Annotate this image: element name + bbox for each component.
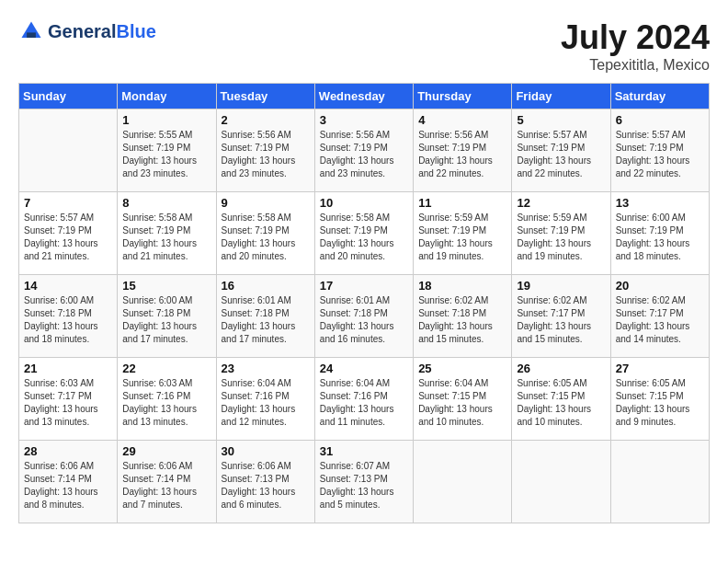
cell-info: Sunrise: 5:59 AMSunset: 7:19 PMDaylight:… [517,212,605,263]
location: Tepexititla, Mexico [561,57,710,74]
page-header: GeneralBlue July 2024 Tepexititla, Mexic… [18,18,710,74]
calendar-cell [512,441,610,523]
cell-info: Sunrise: 6:01 AMSunset: 7:18 PMDaylight:… [320,294,408,346]
calendar-cell: 13Sunrise: 6:00 AMSunset: 7:19 PMDayligh… [610,192,709,275]
day-number: 20 [616,279,704,293]
day-number: 28 [24,444,112,458]
header-thursday: Thursday [414,84,512,109]
day-number: 25 [418,362,506,375]
header-sunday: Sunday [19,84,118,109]
calendar-cell: 22Sunrise: 6:03 AMSunset: 7:16 PMDayligh… [118,358,216,441]
cell-info: Sunrise: 5:57 AMSunset: 7:19 PMDaylight:… [24,212,112,263]
day-number: 18 [418,279,506,293]
cell-info: Sunrise: 6:02 AMSunset: 7:18 PMDaylight:… [418,294,506,346]
calendar-cell: 11Sunrise: 5:59 AMSunset: 7:19 PMDayligh… [414,192,512,275]
calendar-table: Sunday Monday Tuesday Wednesday Thursday… [18,83,710,523]
day-number: 2 [222,113,310,127]
svg-rect-1 [27,32,36,38]
cell-info: Sunrise: 6:03 AMSunset: 7:17 PMDaylight:… [24,377,112,429]
cell-info: Sunrise: 6:02 AMSunset: 7:17 PMDaylight:… [616,294,704,346]
header-tuesday: Tuesday [216,84,314,109]
cell-info: Sunrise: 6:02 AMSunset: 7:17 PMDaylight:… [517,294,605,346]
cell-info: Sunrise: 5:56 AMSunset: 7:19 PMDaylight:… [222,129,310,180]
cell-info: Sunrise: 6:04 AMSunset: 7:15 PMDaylight:… [418,377,506,429]
calendar-week-2: 7Sunrise: 5:57 AMSunset: 7:19 PMDaylight… [19,192,710,275]
cell-info: Sunrise: 5:56 AMSunset: 7:19 PMDaylight:… [418,129,506,180]
calendar-cell: 2Sunrise: 5:56 AMSunset: 7:19 PMDaylight… [216,109,314,192]
day-number: 21 [24,362,112,375]
day-number: 30 [222,444,310,458]
calendar-cell: 17Sunrise: 6:01 AMSunset: 7:18 PMDayligh… [314,275,413,358]
calendar-week-4: 21Sunrise: 6:03 AMSunset: 7:17 PMDayligh… [19,358,710,441]
calendar-cell: 27Sunrise: 6:05 AMSunset: 7:15 PMDayligh… [610,358,709,441]
header-wednesday: Wednesday [314,84,413,109]
cell-info: Sunrise: 5:58 AMSunset: 7:19 PMDaylight:… [320,212,408,263]
header-row: Sunday Monday Tuesday Wednesday Thursday… [19,84,710,109]
cell-info: Sunrise: 6:06 AMSunset: 7:13 PMDaylight:… [222,460,310,511]
calendar-cell: 25Sunrise: 6:04 AMSunset: 7:15 PMDayligh… [414,358,512,441]
calendar-cell: 24Sunrise: 6:04 AMSunset: 7:16 PMDayligh… [314,358,413,441]
cell-info: Sunrise: 5:58 AMSunset: 7:19 PMDaylight:… [222,212,310,263]
day-number: 24 [320,362,408,375]
day-number: 19 [517,279,605,293]
calendar-cell [610,441,709,523]
calendar-week-3: 14Sunrise: 6:00 AMSunset: 7:18 PMDayligh… [19,275,710,358]
calendar-cell: 1Sunrise: 5:55 AMSunset: 7:19 PMDaylight… [118,109,216,192]
calendar-body: 1Sunrise: 5:55 AMSunset: 7:19 PMDaylight… [19,109,710,523]
day-number: 8 [122,196,210,210]
calendar-week-1: 1Sunrise: 5:55 AMSunset: 7:19 PMDaylight… [19,109,710,192]
calendar-cell: 12Sunrise: 5:59 AMSunset: 7:19 PMDayligh… [512,192,610,275]
day-number: 16 [222,279,310,293]
day-number: 1 [122,113,210,127]
calendar-cell: 20Sunrise: 6:02 AMSunset: 7:17 PMDayligh… [610,275,709,358]
cell-info: Sunrise: 6:06 AMSunset: 7:14 PMDaylight:… [24,460,112,511]
calendar-cell: 10Sunrise: 5:58 AMSunset: 7:19 PMDayligh… [314,192,413,275]
cell-info: Sunrise: 5:57 AMSunset: 7:19 PMDaylight:… [616,129,704,180]
calendar-cell: 23Sunrise: 6:04 AMSunset: 7:16 PMDayligh… [216,358,314,441]
day-number: 7 [24,196,112,210]
calendar-cell: 26Sunrise: 6:05 AMSunset: 7:15 PMDayligh… [512,358,610,441]
calendar-cell: 28Sunrise: 6:06 AMSunset: 7:14 PMDayligh… [19,441,118,523]
logo: GeneralBlue [18,18,156,44]
calendar-cell [414,441,512,523]
calendar-cell: 30Sunrise: 6:06 AMSunset: 7:13 PMDayligh… [216,441,314,523]
day-number: 26 [517,362,605,375]
calendar-cell: 19Sunrise: 6:02 AMSunset: 7:17 PMDayligh… [512,275,610,358]
day-number: 22 [122,362,210,375]
day-number: 14 [24,279,112,293]
day-number: 6 [616,113,704,127]
day-number: 23 [222,362,310,375]
calendar-cell: 18Sunrise: 6:02 AMSunset: 7:18 PMDayligh… [414,275,512,358]
calendar-cell: 4Sunrise: 5:56 AMSunset: 7:19 PMDaylight… [414,109,512,192]
day-number: 31 [320,444,408,458]
cell-info: Sunrise: 6:00 AMSunset: 7:18 PMDaylight:… [122,294,210,346]
day-number: 11 [418,196,506,210]
calendar-cell: 16Sunrise: 6:01 AMSunset: 7:18 PMDayligh… [216,275,314,358]
calendar-cell: 31Sunrise: 6:07 AMSunset: 7:13 PMDayligh… [314,441,413,523]
cell-info: Sunrise: 6:04 AMSunset: 7:16 PMDaylight:… [222,377,310,429]
calendar-cell: 6Sunrise: 5:57 AMSunset: 7:19 PMDaylight… [610,109,709,192]
header-monday: Monday [118,84,216,109]
header-friday: Friday [512,84,610,109]
day-number: 4 [418,113,506,127]
header-saturday: Saturday [610,84,709,109]
calendar-week-5: 28Sunrise: 6:06 AMSunset: 7:14 PMDayligh… [19,441,710,523]
day-number: 13 [616,196,704,210]
cell-info: Sunrise: 5:57 AMSunset: 7:19 PMDaylight:… [517,129,605,180]
cell-info: Sunrise: 5:56 AMSunset: 7:19 PMDaylight:… [320,129,408,180]
calendar-cell: 9Sunrise: 5:58 AMSunset: 7:19 PMDaylight… [216,192,314,275]
day-number: 17 [320,279,408,293]
calendar-cell [19,109,118,192]
day-number: 29 [122,444,210,458]
calendar-header: Sunday Monday Tuesday Wednesday Thursday… [19,84,710,109]
cell-info: Sunrise: 6:07 AMSunset: 7:13 PMDaylight:… [320,460,408,511]
title-area: July 2024 Tepexititla, Mexico [561,18,710,74]
calendar-cell: 5Sunrise: 5:57 AMSunset: 7:19 PMDaylight… [512,109,610,192]
logo-blue: Blue [116,21,155,41]
day-number: 5 [517,113,605,127]
calendar-cell: 29Sunrise: 6:06 AMSunset: 7:14 PMDayligh… [118,441,216,523]
cell-info: Sunrise: 6:00 AMSunset: 7:18 PMDaylight:… [24,294,112,346]
logo-icon [18,18,44,44]
calendar-cell: 21Sunrise: 6:03 AMSunset: 7:17 PMDayligh… [19,358,118,441]
cell-info: Sunrise: 5:55 AMSunset: 7:19 PMDaylight:… [122,129,210,180]
